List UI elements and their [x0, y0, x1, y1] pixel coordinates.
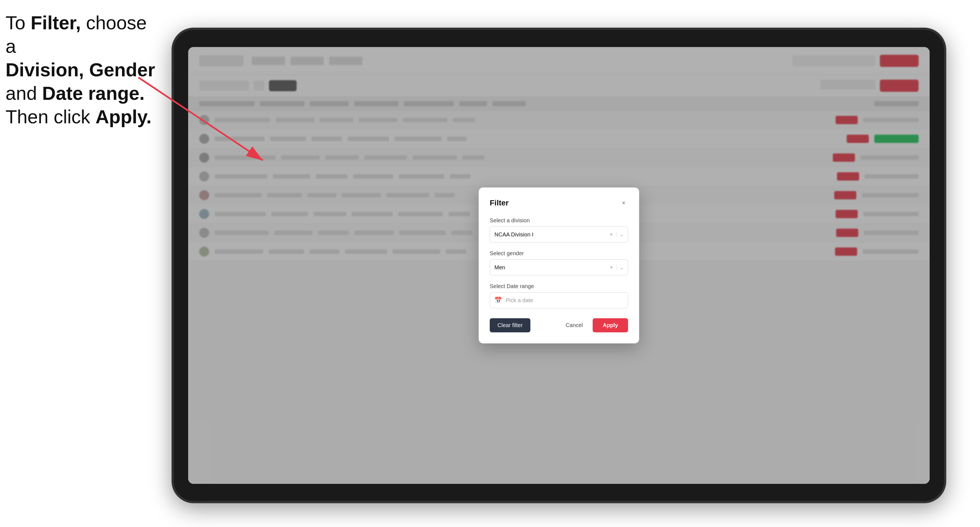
gender-form-group: Select gender Men × ⌄	[490, 250, 628, 275]
apply-button[interactable]: Apply	[593, 318, 628, 332]
division-label: Select a division	[490, 217, 628, 224]
modal-footer: Clear filter Cancel Apply	[490, 318, 628, 332]
division-select-icons: × ⌄	[610, 232, 624, 238]
gender-select-value: Men	[495, 264, 505, 271]
date-placeholder: Pick a date	[506, 297, 533, 303]
instruction-text: To Filter, choose a Division, Gender and…	[6, 11, 161, 129]
calendar-icon: 📅	[495, 297, 502, 304]
division-form-group: Select a division NCAA Division I × ⌄	[490, 217, 628, 243]
modal-overlay: Filter × Select a division NCAA Division…	[188, 47, 930, 484]
date-range-label: Select Date range	[490, 283, 628, 289]
gender-select[interactable]: Men × ⌄	[490, 259, 628, 275]
modal-title: Filter	[490, 198, 509, 207]
filter-bold: Filter,	[31, 12, 81, 33]
date-range-input[interactable]: 📅 Pick a date	[490, 292, 628, 308]
tablet-screen: Filter × Select a division NCAA Division…	[188, 47, 930, 484]
chevron-down-icon: ⌄	[620, 232, 624, 237]
tablet-frame: Filter × Select a division NCAA Division…	[172, 28, 946, 503]
apply-bold: Apply.	[95, 106, 152, 127]
footer-right: Cancel Apply	[560, 318, 628, 332]
division-select-value: NCAA Division I	[495, 232, 533, 238]
filter-modal: Filter × Select a division NCAA Division…	[479, 187, 639, 343]
clear-division-icon[interactable]: ×	[610, 232, 613, 238]
chevron-down-icon: ⌄	[620, 265, 624, 270]
division-gender-bold: Division, Gender	[6, 59, 155, 80]
modal-close-button[interactable]: ×	[619, 198, 628, 207]
date-range-bold: Date range.	[42, 83, 145, 104]
gender-label: Select gender	[490, 250, 628, 257]
date-range-form-group: Select Date range 📅 Pick a date	[490, 283, 628, 308]
modal-header: Filter ×	[490, 198, 628, 207]
clear-filter-button[interactable]: Clear filter	[490, 318, 530, 332]
clear-gender-icon[interactable]: ×	[610, 265, 613, 270]
cancel-button[interactable]: Cancel	[560, 318, 588, 332]
gender-select-icons: × ⌄	[610, 265, 624, 270]
division-select[interactable]: NCAA Division I × ⌄	[490, 227, 628, 243]
